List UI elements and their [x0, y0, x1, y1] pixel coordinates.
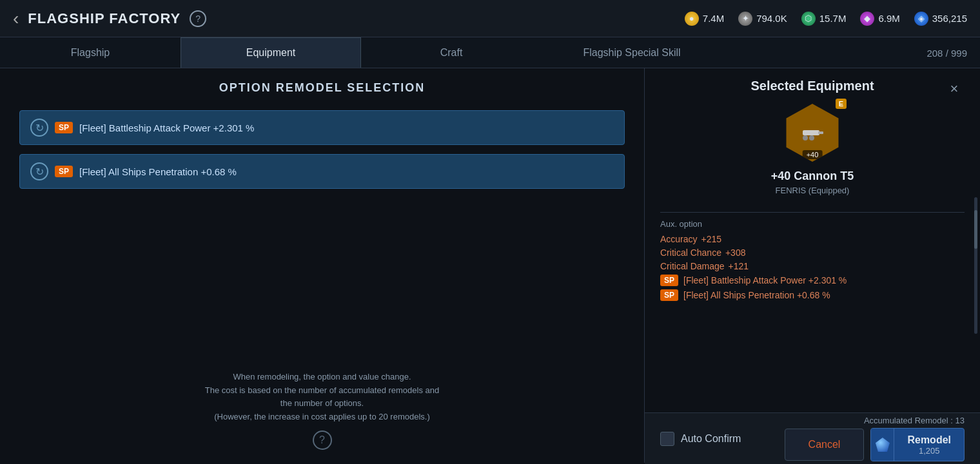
- section-title: OPTION REMODEL SELECTION: [19, 81, 625, 95]
- sp-badge-1: SP: [55, 122, 73, 133]
- gem-icon: [876, 438, 890, 452]
- auto-confirm-label: Auto Confirm: [681, 433, 741, 445]
- purple-value: 6.9M: [878, 13, 899, 24]
- resource-blue: ◈ 356,215: [914, 12, 967, 26]
- aux-label: Aux. option: [660, 219, 965, 229]
- option-text-2: [Fleet] All Ships Penetration +0.68 %: [79, 166, 237, 177]
- info-text: When remodeling, the option and value ch…: [205, 371, 440, 424]
- header-help-icon[interactable]: ?: [190, 10, 206, 27]
- accumulated-label: Accumulated Remodel : 13: [864, 416, 965, 425]
- hex-plus-label: +40: [803, 150, 823, 159]
- back-button[interactable]: ‹: [13, 8, 19, 29]
- equipment-name: +40 Cannon T5: [660, 169, 965, 183]
- remodel-button[interactable]: Remodel 1,205: [870, 428, 965, 461]
- remodel-text: Remodel 1,205: [894, 430, 964, 459]
- refresh-icon-1: ↻: [30, 119, 48, 137]
- auto-confirm-checkbox[interactable]: [660, 432, 674, 446]
- green-value: 15.7M: [819, 13, 847, 24]
- stats-list: Accuracy +215 Critical Chance +308 Criti…: [660, 234, 965, 301]
- equipment-sub: FENRIS (Equipped): [660, 186, 965, 195]
- option-text-1: [Fleet] Battleship Attack Power +2.301 %: [79, 122, 254, 133]
- blue-icon: ◈: [914, 12, 928, 26]
- gold-value: 7.4M: [703, 13, 724, 24]
- equipment-icon-wrap: +40 E: [660, 104, 965, 162]
- resource-green: ⬡ 15.7M: [801, 12, 847, 26]
- main-content: OPTION REMODEL SELECTION ↻ SP [Fleet] Ba…: [0, 68, 980, 463]
- blue-value: 356,215: [932, 13, 967, 24]
- svg-point-3: [809, 135, 814, 140]
- action-buttons: Cancel Remodel 1,205: [785, 428, 965, 461]
- bottom-panel: Auto Confirm Accumulated Remodel : 13 Ca…: [645, 412, 980, 464]
- stat-critical-chance: Critical Chance +308: [660, 247, 965, 258]
- sp-stat-text-1: [Fleet] Battleship Attack Power +2.301 %: [683, 275, 847, 285]
- equipment-grade-badge: E: [836, 99, 847, 109]
- stat-name-crit-chance: Critical Chance: [660, 247, 721, 258]
- left-panel: OPTION REMODEL SELECTION ↻ SP [Fleet] Ba…: [0, 68, 645, 463]
- svg-rect-0: [803, 130, 819, 135]
- equipment-hex-icon: +40 E: [783, 104, 841, 162]
- hex-background: +40: [783, 104, 841, 162]
- option-list: ↻ SP [Fleet] Battleship Attack Power +2.…: [19, 110, 625, 189]
- resource-purple: ◆ 6.9M: [860, 12, 899, 26]
- page-title: FLAGSHIP FACTORY: [28, 10, 181, 27]
- scroll-thumb: [974, 210, 977, 249]
- bottom-info: When remodeling, the option and value ch…: [19, 371, 625, 450]
- stat-value-crit-chance: +308: [725, 247, 746, 258]
- stat-value-crit-damage: +121: [729, 261, 749, 271]
- right-panel: Selected Equipment × +40: [645, 68, 980, 463]
- sp-stat-text-2: [Fleet] All Ships Penetration +0.68 %: [683, 290, 830, 300]
- remodel-wrap: Accumulated Remodel : 13 Cancel Remodel …: [785, 416, 965, 461]
- sp-badge-stat-1: SP: [660, 275, 678, 286]
- purple-icon: ◆: [860, 12, 874, 26]
- resource-silver: ✦ 794.0K: [738, 12, 787, 26]
- scroll-bar[interactable]: [974, 197, 977, 334]
- remodel-label: Remodel: [907, 434, 951, 446]
- right-title: Selected Equipment: [750, 79, 874, 93]
- stat-name-crit-damage: Critical Damage: [660, 261, 725, 271]
- info-help-icon[interactable]: ?: [313, 430, 332, 450]
- refresh-icon-2: ↻: [30, 162, 48, 180]
- divider-1: [660, 212, 965, 213]
- auto-confirm-wrap: Auto Confirm: [660, 432, 741, 446]
- gold-icon: ●: [685, 12, 699, 26]
- svg-point-2: [803, 135, 808, 140]
- tab-special-skill[interactable]: Flagship Special Skill: [542, 37, 722, 68]
- sp-badge-2: SP: [55, 166, 73, 177]
- tabs-bar: Flagship Equipment Craft Flagship Specia…: [0, 37, 980, 68]
- resources-bar: ● 7.4M ✦ 794.0K ⬡ 15.7M ◆ 6.9M ◈ 356,215: [685, 12, 967, 26]
- option-item-1[interactable]: ↻ SP [Fleet] Battleship Attack Power +2.…: [19, 110, 625, 145]
- green-icon: ⬡: [801, 12, 816, 26]
- tab-flagship[interactable]: Flagship: [0, 37, 181, 68]
- silver-icon: ✦: [738, 12, 752, 26]
- hex-inner: [800, 124, 825, 142]
- sp-stat-2: SP [Fleet] All Ships Penetration +0.68 %: [660, 289, 965, 301]
- option-item-2[interactable]: ↻ SP [Fleet] All Ships Penetration +0.68…: [19, 154, 625, 189]
- sp-stat-1: SP [Fleet] Battleship Attack Power +2.30…: [660, 275, 965, 286]
- cancel-button[interactable]: Cancel: [785, 429, 865, 461]
- sp-badge-stat-2: SP: [660, 289, 678, 301]
- header: ‹ FLAGSHIP FACTORY ? ● 7.4M ✦ 794.0K ⬡ 1…: [0, 0, 980, 37]
- right-header: Selected Equipment ×: [660, 79, 965, 93]
- stat-critical-damage: Critical Damage +121: [660, 261, 965, 271]
- tab-equipment[interactable]: Equipment: [181, 37, 361, 68]
- stat-name-accuracy: Accuracy: [660, 234, 698, 244]
- tab-craft[interactable]: Craft: [361, 37, 542, 68]
- silver-value: 794.0K: [756, 13, 787, 24]
- svg-rect-1: [818, 131, 823, 134]
- remodel-cost: 1,205: [907, 446, 951, 456]
- stat-value-accuracy: +215: [701, 234, 722, 244]
- tab-count: 208 / 999: [926, 47, 967, 58]
- stat-accuracy: Accuracy +215: [660, 234, 965, 244]
- remodel-gem-icon: [871, 429, 894, 461]
- resource-gold: ● 7.4M: [685, 12, 724, 26]
- close-button[interactable]: ×: [944, 79, 965, 99]
